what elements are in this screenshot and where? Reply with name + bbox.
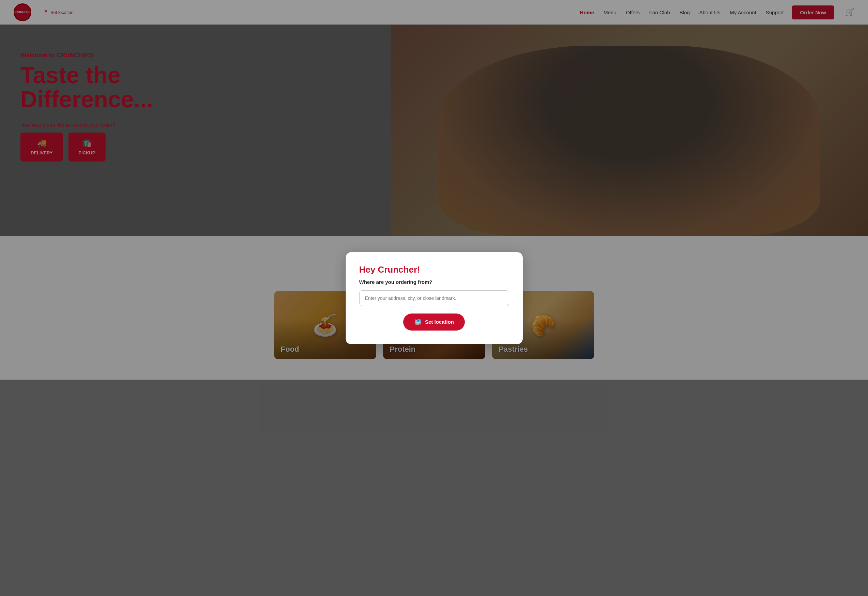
modal-title: Hey Cruncher! [359, 265, 509, 275]
modal-overlay[interactable]: Hey Cruncher! Where are you ordering fro… [0, 0, 868, 380]
map-icon: 🗺️ [414, 318, 422, 326]
modal-subtitle: Where are you ordering from? [359, 279, 509, 285]
set-location-label: Set location [425, 319, 454, 325]
location-input[interactable] [359, 290, 509, 306]
set-location-button[interactable]: 🗺️ Set location [403, 314, 465, 331]
location-modal: Hey Cruncher! Where are you ordering fro… [345, 252, 523, 344]
